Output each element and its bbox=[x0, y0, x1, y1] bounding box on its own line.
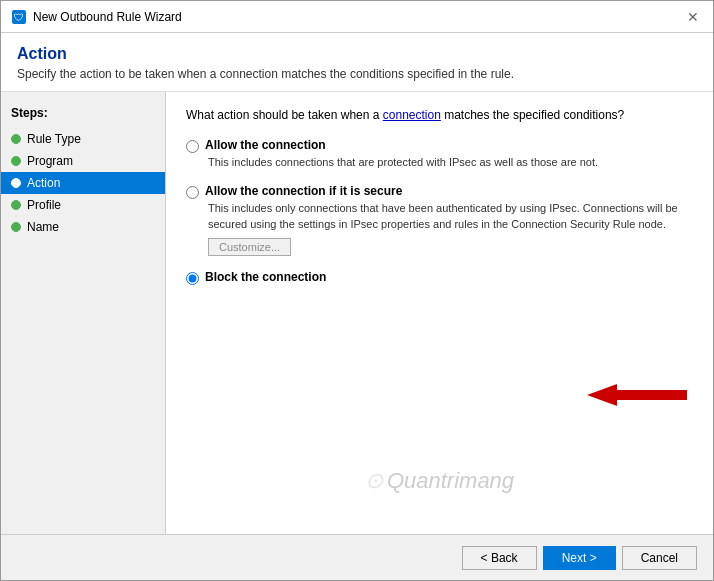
main-content: What action should be taken when a conne… bbox=[166, 92, 713, 534]
option-allow-description: This includes connections that are prote… bbox=[208, 155, 693, 170]
next-button[interactable]: Next > bbox=[543, 546, 616, 570]
sidebar-item-profile[interactable]: Profile bbox=[1, 194, 165, 216]
step-dot-profile bbox=[11, 200, 21, 210]
option-block: Block the connection bbox=[186, 270, 693, 285]
sidebar-label-profile: Profile bbox=[27, 198, 61, 212]
sidebar-label-rule-type: Rule Type bbox=[27, 132, 81, 146]
step-dot-name bbox=[11, 222, 21, 232]
svg-rect-2 bbox=[617, 390, 687, 400]
sidebar-item-name[interactable]: Name bbox=[1, 216, 165, 238]
watermark: ⊙ Quantrimang bbox=[365, 468, 514, 494]
wizard-window: 🛡 New Outbound Rule Wizard ✕ Action Spec… bbox=[0, 0, 714, 581]
window-title: New Outbound Rule Wizard bbox=[33, 10, 182, 24]
steps-label: Steps: bbox=[1, 102, 165, 128]
option-allow-label[interactable]: Allow the connection bbox=[186, 138, 693, 153]
sidebar-item-action[interactable]: Action bbox=[1, 172, 165, 194]
page-title: Action bbox=[17, 45, 697, 63]
page-subtitle: Specify the action to be taken when a co… bbox=[17, 67, 697, 81]
watermark-icon: ⊙ bbox=[365, 468, 383, 494]
sidebar: Steps: Rule Type Program Action Profile … bbox=[1, 92, 166, 534]
red-arrow-indicator bbox=[587, 377, 697, 413]
radio-allow-secure[interactable] bbox=[186, 186, 199, 199]
option-block-label[interactable]: Block the connection bbox=[186, 270, 693, 285]
page-header: Action Specify the action to be taken wh… bbox=[1, 33, 713, 92]
option-allow-secure-text: Allow the connection if it is secure bbox=[205, 184, 402, 198]
cancel-button[interactable]: Cancel bbox=[622, 546, 697, 570]
close-button[interactable]: ✕ bbox=[683, 7, 703, 27]
step-dot-action bbox=[11, 178, 21, 188]
question-text: What action should be taken when a conne… bbox=[186, 108, 693, 122]
option-allow-secure-label[interactable]: Allow the connection if it is secure bbox=[186, 184, 693, 199]
option-allow: Allow the connection This includes conne… bbox=[186, 138, 693, 170]
step-dot-rule-type bbox=[11, 134, 21, 144]
option-block-text: Block the connection bbox=[205, 270, 326, 284]
radio-block[interactable] bbox=[186, 272, 199, 285]
content-area: Steps: Rule Type Program Action Profile … bbox=[1, 92, 713, 534]
svg-text:🛡: 🛡 bbox=[14, 12, 24, 23]
option-allow-secure-description: This includes only connections that have… bbox=[208, 201, 693, 232]
customize-button[interactable]: Customize... bbox=[208, 238, 291, 256]
sidebar-label-action: Action bbox=[27, 176, 60, 190]
step-dot-program bbox=[11, 156, 21, 166]
sidebar-item-rule-type[interactable]: Rule Type bbox=[1, 128, 165, 150]
title-bar-left: 🛡 New Outbound Rule Wizard bbox=[11, 9, 182, 25]
title-bar: 🛡 New Outbound Rule Wizard ✕ bbox=[1, 1, 713, 33]
watermark-text: Quantrimang bbox=[387, 468, 514, 494]
question-highlight: connection bbox=[383, 108, 441, 122]
footer: < Back Next > Cancel bbox=[1, 534, 713, 580]
option-allow-text: Allow the connection bbox=[205, 138, 326, 152]
sidebar-label-program: Program bbox=[27, 154, 73, 168]
svg-marker-3 bbox=[587, 384, 617, 406]
back-button[interactable]: < Back bbox=[462, 546, 537, 570]
option-allow-secure: Allow the connection if it is secure Thi… bbox=[186, 184, 693, 256]
app-icon: 🛡 bbox=[11, 9, 27, 25]
radio-allow[interactable] bbox=[186, 140, 199, 153]
sidebar-item-program[interactable]: Program bbox=[1, 150, 165, 172]
sidebar-label-name: Name bbox=[27, 220, 59, 234]
